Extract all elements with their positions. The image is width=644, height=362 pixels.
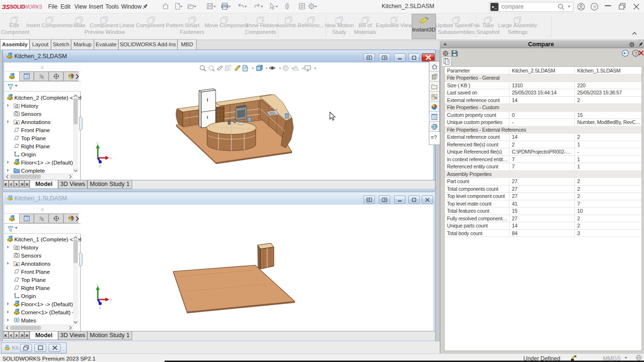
svg-text:X: X — [110, 297, 112, 302]
svg-text:?: ? — [634, 51, 637, 56]
svg-text:Z: Z — [99, 306, 102, 310]
svg-text:?: ? — [593, 4, 596, 10]
svg-text:SOLID: SOLID — [10, 4, 25, 10]
svg-text:WORKS: WORKS — [24, 4, 42, 10]
svg-text:A: A — [15, 262, 18, 267]
svg-text:ЗS: ЗS — [2, 3, 10, 10]
svg-text:A: A — [15, 121, 18, 125]
svg-text:?: ? — [447, 60, 449, 64]
svg-text:X: X — [110, 155, 112, 161]
svg-text:Z: Z — [99, 164, 102, 168]
